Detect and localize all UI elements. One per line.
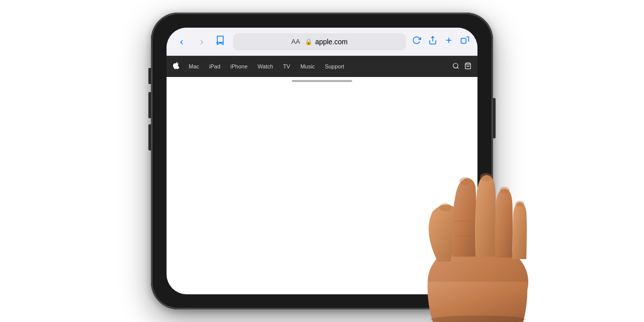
phone-screen: ‹ › AA 🔒 apple.com [167, 28, 477, 294]
svg-point-23 [500, 187, 510, 194]
url-domain[interactable]: apple.com [315, 38, 348, 46]
nav-support[interactable]: Support [320, 63, 350, 69]
apple-navigation: Mac iPad iPhone Watch TV Music Support [167, 56, 477, 77]
safari-action-buttons [412, 36, 469, 47]
safari-browser-bar: ‹ › AA 🔒 apple.com [167, 28, 477, 56]
nav-watch[interactable]: Watch [253, 63, 278, 69]
phone-frame: ‹ › AA 🔒 apple.com [151, 13, 493, 309]
add-tab-button[interactable] [444, 36, 453, 47]
nav-action-icons [452, 62, 471, 71]
forward-button[interactable]: › [195, 36, 209, 47]
svg-point-24 [515, 201, 524, 207]
share-button[interactable] [428, 36, 437, 47]
mute-button[interactable] [148, 68, 151, 84]
nav-iphone[interactable]: iPhone [225, 63, 253, 69]
bag-icon[interactable] [464, 62, 471, 71]
nav-ipad[interactable]: iPad [204, 63, 225, 69]
svg-point-26 [430, 315, 526, 322]
lock-icon: 🔒 [305, 38, 312, 45]
power-button[interactable] [493, 98, 496, 138]
home-indicator[interactable] [292, 80, 352, 82]
volume-down-button[interactable] [148, 124, 151, 150]
nav-mac[interactable]: Mac [184, 63, 204, 69]
nav-tv[interactable]: TV [278, 63, 295, 69]
search-icon[interactable] [452, 62, 459, 71]
text-size-button[interactable]: AA [291, 38, 300, 45]
volume-up-button[interactable] [148, 92, 151, 118]
reload-button[interactable] [412, 36, 421, 47]
url-bar[interactable]: AA 🔒 apple.com [233, 33, 406, 50]
apple-logo-icon[interactable] [173, 62, 180, 71]
nav-items-list: Mac iPad iPhone Watch TV Music Support [184, 63, 452, 69]
nav-music[interactable]: Music [295, 63, 320, 69]
back-button[interactable]: ‹ [175, 36, 189, 47]
bookmark-button[interactable] [215, 35, 225, 48]
svg-point-4 [453, 63, 458, 67]
website-content: Mac iPad iPhone Watch TV Music Support [167, 56, 477, 77]
svg-rect-3 [461, 38, 466, 43]
tabs-button[interactable] [460, 36, 469, 47]
